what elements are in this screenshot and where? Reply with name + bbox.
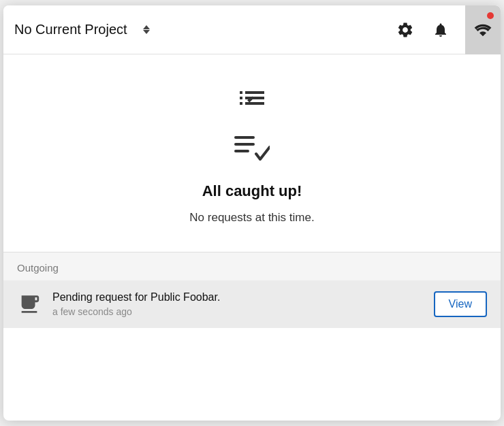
view-button[interactable]: View	[434, 291, 487, 317]
all-caught-up-heading: All caught up!	[202, 182, 302, 200]
outgoing-item-text: Pending request for Public Foobar. a few…	[52, 291, 423, 317]
header-icons	[394, 5, 490, 54]
remote-button[interactable]	[465, 5, 501, 54]
done-icon-container	[234, 133, 270, 166]
notifications-button[interactable]	[430, 19, 452, 41]
checklist-done-icon	[236, 82, 268, 117]
outgoing-item: Pending request for Public Foobar. a few…	[3, 280, 501, 328]
svg-rect-0	[234, 136, 255, 139]
svg-rect-2	[234, 150, 249, 152]
header-title-area: No Current Project	[14, 19, 394, 41]
project-title: No Current Project	[14, 22, 127, 37]
incoming-section: All caught up! No requests at this time.	[3, 54, 501, 252]
server-icon	[17, 292, 42, 316]
outgoing-label: Outgoing	[3, 252, 501, 280]
outgoing-main-text: Pending request for Public Foobar.	[52, 291, 423, 304]
app-window: No Current Project	[3, 5, 501, 421]
main-content: All caught up! No requests at this time.…	[3, 54, 501, 421]
svg-rect-1	[234, 143, 255, 146]
notification-dot	[487, 12, 494, 19]
outgoing-section: Outgoing Pending request for Public Foob…	[3, 252, 501, 328]
no-requests-text: No requests at this time.	[189, 211, 314, 225]
header: No Current Project	[3, 5, 501, 54]
settings-button[interactable]	[394, 19, 416, 41]
project-selector-toggle[interactable]	[136, 19, 157, 41]
outgoing-time-text: a few seconds ago	[52, 306, 423, 317]
